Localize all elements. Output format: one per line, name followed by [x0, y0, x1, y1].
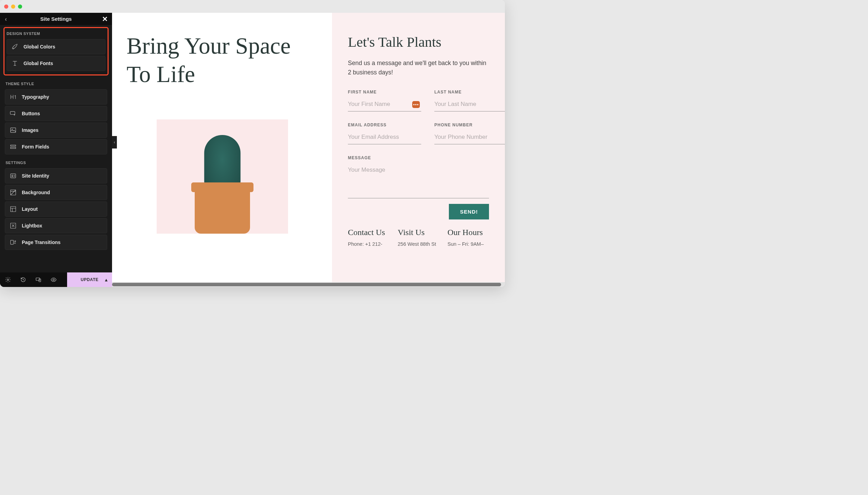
id-icon — [9, 172, 17, 179]
preview-eye-icon[interactable] — [50, 277, 57, 283]
panel-item-global-fonts[interactable]: Global Fonts — [7, 56, 105, 71]
contact-title: Let's Talk Plants — [348, 34, 489, 50]
svg-point-2 — [12, 129, 12, 129]
input-message[interactable] — [348, 165, 489, 198]
settings-gear-icon[interactable] — [5, 277, 11, 283]
window-zoom-icon[interactable] — [18, 4, 22, 9]
panel-item-label: Buttons — [22, 111, 40, 116]
form-row-name: FIRST NAME ••• LAST NAME — [348, 90, 489, 111]
hero-image-pot — [195, 189, 250, 234]
input-email[interactable] — [348, 132, 421, 144]
section-title-settings: SETTINGS — [6, 161, 107, 165]
hero-headline: Bring Your Space To Life — [127, 32, 318, 88]
panel-item-page-transitions[interactable]: Page Transitions — [5, 235, 107, 250]
svg-rect-3 — [11, 145, 16, 146]
label-message: MESSAGE — [348, 155, 489, 160]
info-visit-us: Visit Us 256 West 88th St — [398, 228, 439, 248]
panel-item-label: Images — [22, 127, 38, 133]
window-minimize-icon[interactable] — [11, 4, 15, 9]
h1-icon — [9, 93, 17, 100]
panel-item-label: Global Fonts — [24, 61, 53, 66]
form-row-contact: EMAIL ADDRESS PHONE NUMBER — [348, 123, 489, 144]
info-contact-us: Contact Us Phone: +1 212- — [348, 228, 389, 248]
settings-panel: ‹ Site Settings ✕ DESIGN SYSTEM Global C… — [0, 13, 112, 287]
type-icon — [11, 60, 19, 67]
responsive-icon[interactable] — [35, 277, 41, 283]
app-body: ‹ Site Settings ✕ DESIGN SYSTEM Global C… — [0, 13, 505, 287]
close-icon[interactable]: ✕ — [102, 15, 108, 23]
svg-rect-8 — [11, 207, 16, 212]
panel-item-global-colors[interactable]: Global Colors — [7, 39, 105, 54]
panel-item-form-fields[interactable]: Form Fields — [5, 139, 107, 154]
form-icon — [9, 143, 17, 150]
panel-item-label: Page Transitions — [22, 240, 61, 245]
label-email: EMAIL ADDRESS — [348, 123, 421, 127]
window-close-icon[interactable] — [4, 4, 8, 9]
preview-canvas: Bring Your Space To Life Let's Talk Plan… — [112, 13, 505, 287]
info-title: Visit Us — [398, 228, 439, 237]
submit-row: SEND! — [348, 204, 489, 219]
panel-item-label: Layout — [22, 206, 38, 212]
svg-rect-5 — [11, 174, 16, 178]
scrollbar-thumb[interactable] — [112, 283, 501, 286]
field-phone: PHONE NUMBER — [434, 123, 505, 144]
svg-rect-10 — [11, 240, 13, 244]
panel-item-images[interactable]: Images — [5, 123, 107, 138]
field-email: EMAIL ADDRESS — [348, 123, 421, 144]
send-button[interactable]: SEND! — [449, 204, 489, 219]
chevron-up-icon[interactable]: ▲ — [104, 277, 109, 282]
panel-item-label: Background — [22, 190, 50, 195]
field-first-name: FIRST NAME ••• — [348, 90, 421, 111]
label-phone: PHONE NUMBER — [434, 123, 505, 127]
info-body: Phone: +1 212- — [348, 241, 389, 248]
preview-scrollbar[interactable] — [112, 282, 505, 287]
autofill-icon[interactable]: ••• — [412, 101, 420, 108]
panel-item-background[interactable]: Background — [5, 185, 107, 200]
history-icon[interactable] — [20, 277, 26, 283]
section-title-theme-style: THEME STYLE — [6, 82, 107, 86]
svg-rect-0 — [10, 111, 15, 114]
svg-point-11 — [7, 279, 9, 281]
svg-rect-4 — [11, 147, 16, 148]
input-last-name[interactable] — [434, 99, 505, 111]
label-last-name: LAST NAME — [434, 90, 505, 94]
panel-item-label: Form Fields — [22, 144, 49, 150]
panel-footer: UPDATE ▲ — [0, 272, 112, 287]
field-last-name: LAST NAME — [434, 90, 505, 111]
update-button[interactable]: UPDATE ▲ — [67, 272, 112, 287]
panel-item-layout[interactable]: Layout — [5, 201, 107, 217]
section-title-design-system: DESIGN SYSTEM — [7, 32, 107, 36]
update-label: UPDATE — [81, 277, 98, 282]
background-icon — [9, 189, 17, 196]
info-title: Contact Us — [348, 228, 389, 237]
hero-image — [153, 119, 292, 234]
cursor-button-icon — [9, 110, 17, 117]
svg-point-6 — [12, 175, 13, 176]
input-phone[interactable] — [434, 132, 505, 144]
image-icon — [9, 127, 17, 134]
panel-scroll[interactable]: DESIGN SYSTEM Global Colors Global Fonts — [0, 25, 112, 272]
panel-item-buttons[interactable]: Buttons — [5, 106, 107, 121]
panel-title: Site Settings — [40, 16, 72, 22]
panel-item-label: Lightbox — [22, 223, 42, 228]
panel-item-label: Site Identity — [22, 173, 49, 179]
back-icon[interactable]: ‹ — [5, 16, 7, 23]
contact-section: Let's Talk Plants Send us a message and … — [332, 13, 505, 287]
panel-collapse-handle[interactable]: ‹ — [112, 136, 117, 148]
panel-item-lightbox[interactable]: Lightbox — [5, 218, 107, 233]
input-first-name[interactable] — [348, 99, 421, 111]
info-hours: Our Hours Sun – Fri: 9AM– — [447, 228, 489, 248]
contact-info: Contact Us Phone: +1 212- Visit Us 256 W… — [348, 228, 489, 248]
contact-subtitle: Send us a message and we'll get back to … — [348, 58, 489, 77]
label-first-name: FIRST NAME — [348, 90, 421, 94]
transition-icon — [9, 239, 17, 246]
app-window: ‹ Site Settings ✕ DESIGN SYSTEM Global C… — [0, 0, 505, 287]
panel-item-site-identity[interactable]: Site Identity — [5, 168, 107, 183]
panel-item-typography[interactable]: Typography — [5, 89, 107, 105]
lightbox-icon — [9, 222, 17, 229]
footer-tools — [0, 272, 67, 287]
info-title: Our Hours — [447, 228, 489, 237]
design-system-highlight: DESIGN SYSTEM Global Colors Global Fonts — [3, 27, 109, 75]
info-body: Sun – Fri: 9AM– — [447, 241, 489, 248]
svg-point-14 — [53, 279, 55, 281]
